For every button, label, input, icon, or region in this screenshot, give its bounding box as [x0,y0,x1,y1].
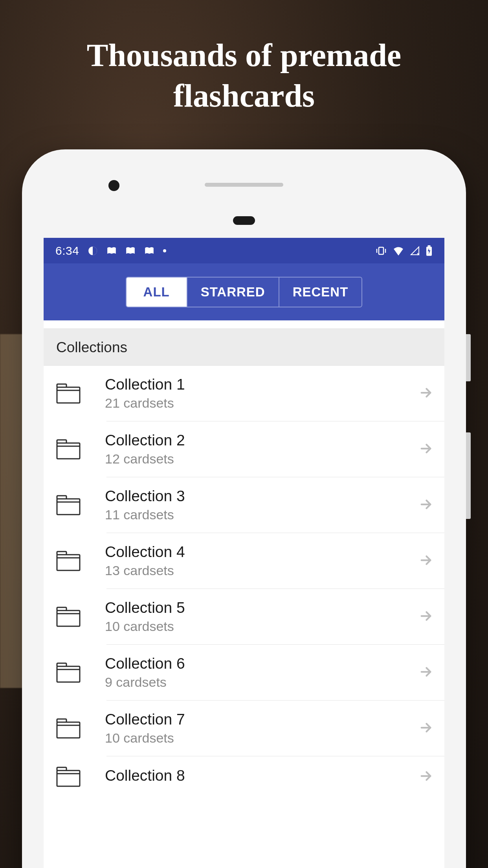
dot-icon [163,249,166,252]
svg-rect-6 [428,245,431,247]
list-item-title: Collection 7 [105,711,419,728]
tab-all[interactable]: ALL [127,278,187,307]
segmented-control: ALL STARRED RECENT [126,277,363,307]
list-item-subtitle: 21 cardsets [105,395,419,411]
chevron-right-icon [419,609,433,624]
list-item[interactable]: Collection 8 [44,756,444,797]
chevron-right-icon [419,554,433,568]
chevron-right-icon [419,498,433,513]
status-time: 6:34 [55,244,79,257]
svg-rect-10 [57,443,80,459]
chevron-right-icon [419,665,433,680]
list-item[interactable]: Collection 413 cardsets [44,533,444,588]
svg-rect-25 [57,722,80,738]
list-item-title: Collection 4 [105,543,419,561]
tab-recent[interactable]: RECENT [279,278,362,307]
battery-icon [426,245,433,256]
svg-rect-16 [57,555,80,570]
book-icon [106,246,117,255]
svg-rect-2 [379,247,383,254]
globe-icon [88,246,98,256]
list-item[interactable]: Collection 69 cardsets [44,645,444,700]
svg-rect-19 [57,611,80,626]
promo-headline: Thousands of premade flashcards [0,35,488,116]
phone-side-button [466,432,471,519]
vibrate-icon [375,246,387,256]
chevron-right-icon [419,769,433,784]
folder-icon [56,767,81,787]
list-item-subtitle: 10 cardsets [105,730,419,746]
list-item-text: Collection 69 cardsets [105,655,419,690]
folder-icon [56,718,81,739]
list-item-title: Collection 5 [105,599,419,616]
list-item-title: Collection 2 [105,432,419,449]
list-item-text: Collection 8 [105,767,419,787]
list-item-text: Collection 413 cardsets [105,543,419,578]
list-item-subtitle: 12 cardsets [105,451,419,467]
phone-camera [108,180,119,191]
folder-icon [56,439,81,460]
list-item[interactable]: Collection 121 cardsets [44,366,444,421]
list-item[interactable]: Collection 311 cardsets [44,477,444,533]
wifi-icon [393,246,404,256]
book-icon [125,246,136,255]
phone-frame: 6:34 [22,149,466,868]
list-item-title: Collection 8 [105,767,419,784]
status-right [375,245,433,256]
phone-sensor [233,216,255,225]
list-item-text: Collection 212 cardsets [105,432,419,467]
list-item-text: Collection 510 cardsets [105,599,419,634]
tab-bar: ALL STARRED RECENT [44,263,444,320]
chevron-right-icon [419,721,433,736]
list-item[interactable]: Collection 710 cardsets [44,701,444,756]
folder-icon [56,383,81,404]
app-screen: 6:34 [44,238,444,868]
folder-icon [56,662,81,683]
collection-list: Collection 121 cardsetsCollection 212 ca… [44,366,444,797]
list-item-subtitle: 11 cardsets [105,507,419,522]
phone-side-button [466,334,471,381]
list-item-subtitle: 9 cardsets [105,675,419,690]
list-item-text: Collection 710 cardsets [105,711,419,746]
svg-rect-28 [57,771,80,786]
section-header: Collections [44,328,444,366]
folder-icon [56,607,81,627]
status-left: 6:34 [55,244,166,257]
svg-rect-13 [57,499,80,515]
list-item-text: Collection 121 cardsets [105,376,419,411]
chevron-right-icon [419,442,433,457]
phone-speaker [205,183,283,187]
list-item-title: Collection 3 [105,487,419,505]
list-item-title: Collection 6 [105,655,419,672]
list-item-subtitle: 13 cardsets [105,563,419,578]
list-item-text: Collection 311 cardsets [105,487,419,522]
status-bar: 6:34 [44,238,444,263]
signal-icon [410,246,420,256]
chevron-right-icon [419,386,433,401]
svg-point-1 [163,249,166,252]
book-icon [144,246,154,255]
list-item[interactable]: Collection 510 cardsets [44,589,444,644]
list-item[interactable]: Collection 212 cardsets [44,421,444,477]
svg-rect-22 [57,666,80,682]
list-item-subtitle: 10 cardsets [105,619,419,634]
list-item-title: Collection 1 [105,376,419,393]
tab-starred[interactable]: STARRED [187,278,279,307]
svg-rect-7 [57,387,80,403]
folder-icon [56,551,81,571]
folder-icon [56,495,81,515]
